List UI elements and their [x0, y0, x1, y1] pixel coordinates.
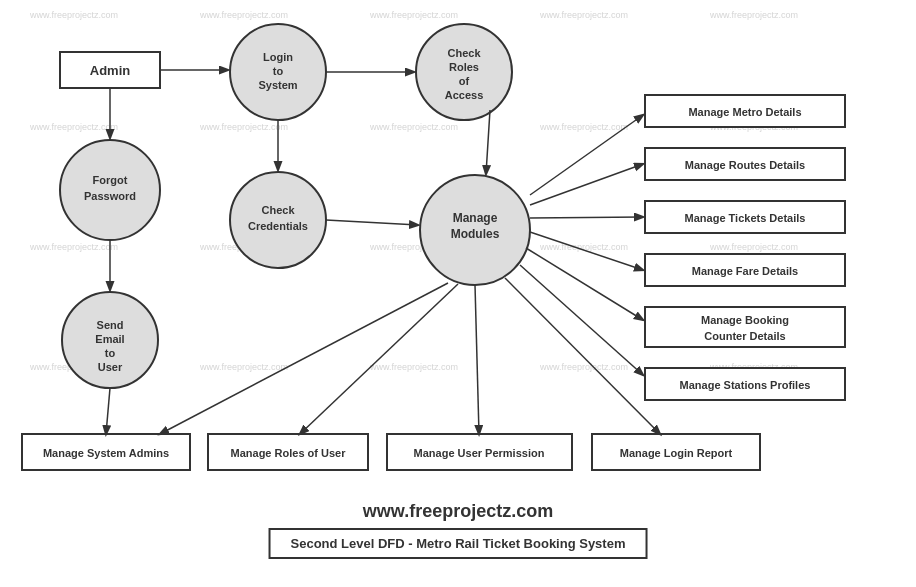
svg-text:www.freeprojectz.com: www.freeprojectz.com	[29, 10, 118, 20]
svg-text:to: to	[105, 347, 116, 359]
svg-text:Manage Tickets Details: Manage Tickets Details	[685, 212, 806, 224]
svg-text:Manage Routes Details: Manage Routes Details	[685, 159, 805, 171]
svg-text:Access: Access	[445, 89, 484, 101]
svg-text:Modules: Modules	[451, 227, 500, 241]
svg-text:www.freeprojectz.com: www.freeprojectz.com	[199, 362, 288, 372]
svg-text:Counter Details: Counter Details	[704, 330, 785, 342]
svg-text:Manage User Permission: Manage User Permission	[414, 447, 545, 459]
svg-text:www.freeprojectz.com: www.freeprojectz.com	[709, 10, 798, 20]
diagram-container: www.freeprojectz.com www.freeprojectz.co…	[0, 0, 916, 587]
footer-url: www.freeprojectz.com	[269, 501, 648, 522]
svg-text:www.freeprojectz.com: www.freeprojectz.com	[199, 10, 288, 20]
svg-text:www.freeprojectz.com: www.freeprojectz.com	[29, 242, 118, 252]
svg-text:Manage Booking: Manage Booking	[701, 314, 789, 326]
svg-text:to: to	[273, 65, 284, 77]
svg-text:Admin: Admin	[90, 63, 131, 78]
svg-text:Manage Stations Profiles: Manage Stations Profiles	[680, 379, 811, 391]
svg-text:of: of	[459, 75, 470, 87]
svg-text:User: User	[98, 361, 123, 373]
svg-text:Credentials: Credentials	[248, 220, 308, 232]
footer-area: www.freeprojectz.com Second Level DFD - …	[269, 501, 648, 559]
svg-text:www.freeprojectz.com: www.freeprojectz.com	[539, 122, 628, 132]
footer-caption: Second Level DFD - Metro Rail Ticket Boo…	[269, 528, 648, 559]
svg-text:System: System	[258, 79, 297, 91]
svg-text:www.freeprojectz.com: www.freeprojectz.com	[539, 10, 628, 20]
svg-text:www.freeprojectz.com: www.freeprojectz.com	[369, 10, 458, 20]
svg-text:Check: Check	[261, 204, 295, 216]
svg-text:Password: Password	[84, 190, 136, 202]
svg-text:Forgot: Forgot	[93, 174, 128, 186]
svg-text:Check: Check	[447, 47, 481, 59]
svg-text:Manage Metro Details: Manage Metro Details	[688, 106, 801, 118]
diagram-svg: www.freeprojectz.com www.freeprojectz.co…	[0, 0, 916, 587]
svg-text:www.freeprojectz.com: www.freeprojectz.com	[539, 362, 628, 372]
svg-text:Roles: Roles	[449, 61, 479, 73]
svg-text:www.freeprojectz.com: www.freeprojectz.com	[29, 122, 118, 132]
svg-text:Login: Login	[263, 51, 293, 63]
svg-text:Manage: Manage	[453, 211, 498, 225]
svg-text:Manage Fare Details: Manage Fare Details	[692, 265, 798, 277]
svg-text:www.freeprojectz.com: www.freeprojectz.com	[199, 122, 288, 132]
svg-text:www.freeprojectz.com: www.freeprojectz.com	[369, 362, 458, 372]
svg-text:Send: Send	[97, 319, 124, 331]
svg-text:www.freeprojectz.com: www.freeprojectz.com	[709, 242, 798, 252]
svg-text:www.freeprojectz.com: www.freeprojectz.com	[369, 122, 458, 132]
svg-text:Email: Email	[95, 333, 124, 345]
svg-text:Manage Roles of User: Manage Roles of User	[231, 447, 347, 459]
svg-text:Manage Login Report: Manage Login Report	[620, 447, 733, 459]
svg-line-76	[530, 217, 643, 218]
svg-text:Manage System Admins: Manage System Admins	[43, 447, 169, 459]
